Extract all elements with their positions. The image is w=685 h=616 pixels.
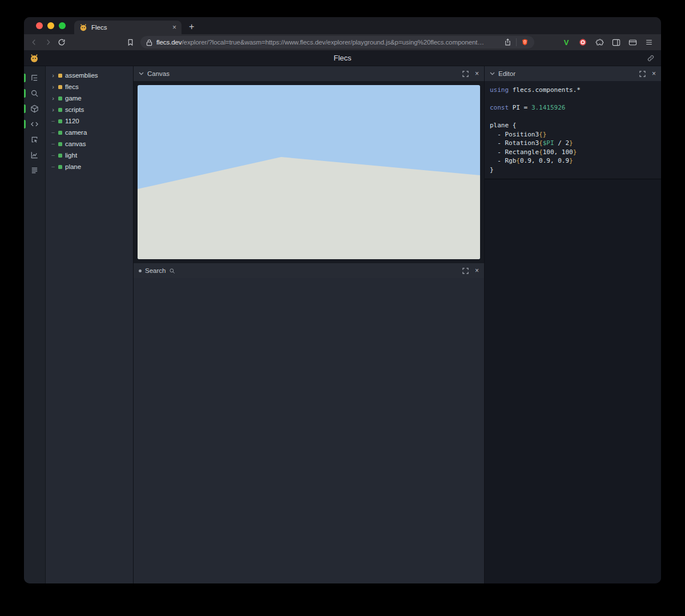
- expand-icon[interactable]: [639, 71, 646, 77]
- entity-color-square: [58, 165, 62, 169]
- tree-item-assemblies[interactable]: ›assemblies: [46, 70, 133, 81]
- code-line: plane {: [490, 121, 656, 130]
- tree-item-label: plane: [65, 163, 81, 170]
- v-extension-icon[interactable]: V: [560, 36, 573, 49]
- address-bar[interactable]: flecs.dev /explorer/?local=true&wasm=htt…: [140, 36, 534, 49]
- canvas-scene[interactable]: [138, 85, 480, 259]
- code-line: }: [490, 166, 656, 175]
- close-icon[interactable]: ×: [475, 70, 479, 77]
- chevron-down-icon[interactable]: [490, 72, 495, 75]
- sidebar-tree-icon[interactable]: [24, 70, 46, 86]
- editor-code[interactable]: using flecs.components.* const PI = 3.14…: [485, 81, 661, 179]
- tree-item-plane[interactable]: –plane: [46, 161, 133, 172]
- app-title: Flecs: [24, 54, 661, 62]
- sidebar-box-icon[interactable]: [24, 101, 46, 116]
- entity-color-square: [58, 119, 62, 123]
- close-window-button[interactable]: [36, 22, 43, 29]
- tree-item-game[interactable]: ›game: [46, 92, 133, 104]
- new-tab-button[interactable]: +: [189, 22, 194, 31]
- brave-shield-icon[interactable]: [521, 38, 529, 46]
- expand-arrow-icon[interactable]: ›: [51, 107, 55, 113]
- sidebar-stats-icon[interactable]: [24, 147, 46, 163]
- status-dot-icon: [139, 269, 142, 272]
- flecs-logo-icon: [30, 54, 39, 63]
- editor-panel-footer-area: [485, 179, 661, 583]
- expand-arrow-icon[interactable]: ›: [51, 73, 55, 79]
- extension-cluster: V: [560, 36, 655, 49]
- share-link-icon[interactable]: [647, 54, 655, 62]
- url-path: /explorer/?local=true&wasm=https://www.f…: [182, 39, 483, 46]
- entity-color-square: [58, 154, 62, 158]
- expand-icon[interactable]: [462, 268, 469, 274]
- wallet-card-icon[interactable]: [626, 36, 639, 49]
- code-line: - Rgb{0.9, 0.9, 0.9}: [490, 156, 656, 166]
- tree-item-label: camera: [65, 129, 87, 136]
- tree-item-label: light: [65, 152, 77, 159]
- leaf-dash-icon: –: [51, 118, 55, 124]
- reload-icon[interactable]: [55, 35, 68, 49]
- zoom-window-button[interactable]: [59, 22, 66, 29]
- flecs-favicon-icon: [79, 23, 87, 31]
- browser-tab[interactable]: Flecs ×: [74, 21, 182, 34]
- share-icon[interactable]: [504, 38, 511, 46]
- tree-item-label: scripts: [65, 106, 84, 113]
- bookmark-icon[interactable]: [123, 35, 137, 49]
- leaf-dash-icon: –: [51, 164, 55, 170]
- browser-toolbar: flecs.dev /explorer/?local=true&wasm=htt…: [24, 34, 661, 50]
- app-content: ›assemblies›flecs›game›scripts–1120–came…: [24, 66, 661, 583]
- chevron-down-icon[interactable]: [139, 72, 144, 75]
- entity-tree: ›assemblies›flecs›game›scripts–1120–came…: [46, 66, 134, 583]
- expand-icon[interactable]: [462, 71, 469, 77]
- tree-item-label: flecs: [65, 83, 79, 90]
- code-line: using flecs.components.*: [490, 86, 656, 95]
- browser-tab-bar: Flecs × +: [24, 17, 661, 34]
- search-panel-header: Search ×: [134, 263, 484, 278]
- tree-item-1120[interactable]: –1120: [46, 115, 133, 127]
- editor-panel-title: Editor: [498, 70, 515, 77]
- canvas-panel-body: [134, 81, 484, 263]
- forward-icon[interactable]: [41, 35, 55, 49]
- search-panel-body: [134, 278, 484, 583]
- url-domain: flecs.dev: [156, 39, 182, 46]
- entity-color-square: [58, 108, 62, 112]
- lock-icon: [146, 39, 152, 46]
- window-controls: [36, 22, 66, 29]
- sidebar-code-icon[interactable]: [24, 116, 46, 132]
- sidebar-panel-icon[interactable]: [610, 36, 622, 49]
- sidebar-inspect-icon[interactable]: [24, 132, 46, 147]
- close-icon[interactable]: ×: [652, 70, 656, 77]
- menu-icon[interactable]: [643, 36, 655, 49]
- tab-close-icon[interactable]: ×: [172, 24, 176, 31]
- canvas-panel-title: Canvas: [147, 70, 170, 77]
- minimize-window-button[interactable]: [47, 22, 54, 29]
- canvas-panel-header: Canvas ×: [134, 66, 484, 81]
- expand-arrow-icon[interactable]: ›: [51, 84, 55, 90]
- record-extension-icon[interactable]: [577, 36, 589, 49]
- code-line: const PI = 3.1415926: [490, 103, 656, 112]
- leaf-dash-icon: –: [51, 141, 55, 147]
- code-line: - Rotation3{$PI / 2}: [490, 139, 656, 148]
- editor-panel-header: Editor ×: [485, 66, 661, 81]
- sidebar-search-icon[interactable]: [24, 86, 46, 101]
- tree-item-label: canvas: [65, 140, 86, 147]
- tree-item-flecs[interactable]: ›flecs: [46, 81, 133, 92]
- close-icon[interactable]: ×: [475, 267, 479, 274]
- tree-item-camera[interactable]: –camera: [46, 127, 133, 138]
- extensions-puzzle-icon[interactable]: [593, 36, 606, 49]
- url-text: flecs.dev /explorer/?local=true&wasm=htt…: [156, 39, 499, 46]
- tree-item-scripts[interactable]: ›scripts: [46, 104, 133, 115]
- browser-window: Flecs × + flecs.dev /explorer/?local=tru…: [24, 17, 661, 583]
- sidebar-log-icon[interactable]: [24, 163, 46, 178]
- sidebar-icon-strip: [24, 66, 46, 583]
- back-icon[interactable]: [27, 35, 41, 49]
- code-line: [490, 95, 656, 104]
- tree-item-canvas[interactable]: –canvas: [46, 138, 133, 150]
- app-header: Flecs: [24, 50, 661, 66]
- tab-title: Flecs: [91, 24, 168, 31]
- expand-arrow-icon[interactable]: ›: [51, 95, 55, 102]
- tree-item-label: 1120: [65, 118, 79, 124]
- toolbar-divider: [516, 38, 517, 46]
- leaf-dash-icon: –: [51, 152, 55, 158]
- editor-panel: Editor × using flecs.components.* const …: [484, 66, 661, 583]
- tree-item-light[interactable]: –light: [46, 150, 133, 161]
